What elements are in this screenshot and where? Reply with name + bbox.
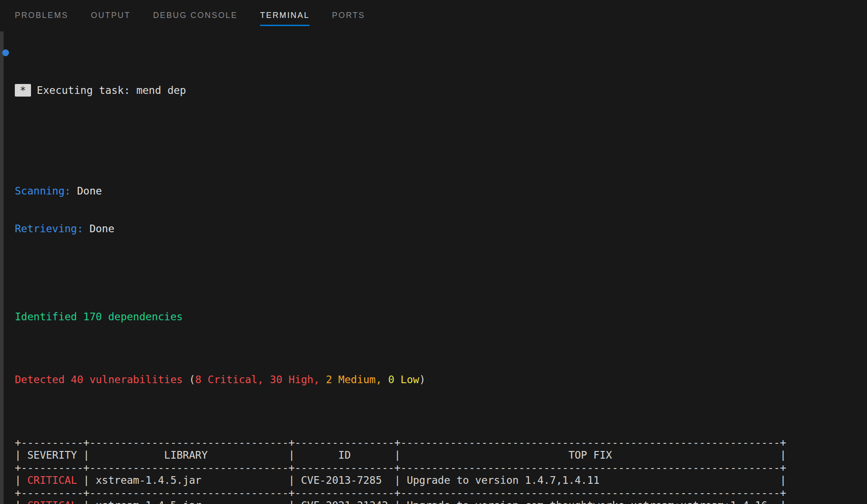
retrieving-value: Done: [83, 223, 114, 234]
table-border: +----------+----------------------------…: [15, 486, 786, 499]
retrieving-label: Retrieving:: [15, 223, 83, 234]
executing-task-text: Executing task: mend dep: [37, 84, 186, 96]
status-block: Scanning: Done Retrieving: Done: [15, 159, 786, 260]
command-decoration-dot-icon[interactable]: [2, 49, 9, 56]
table-border: +----------+----------------------------…: [15, 461, 786, 474]
vulnerability-table: +----------+----------------------------…: [15, 436, 786, 504]
task-asterisk-badge: *: [15, 84, 31, 97]
table-row: | CRITICAL | xstream-1.4.5.jar | CVE-201…: [15, 474, 786, 486]
table-header-row: | SEVERITY | LIBRARY | ID | TOP FIX |: [15, 449, 786, 461]
detected-vulnerabilities-line: Detected 40 vulnerabilities (8 Critical,…: [15, 373, 786, 386]
tab-terminal[interactable]: TERMINAL: [260, 11, 310, 26]
tab-debug-console[interactable]: DEBUG CONSOLE: [153, 11, 238, 26]
identified-dependencies-line: Identified 170 dependencies: [15, 310, 786, 323]
tab-problems[interactable]: PROBLEMS: [15, 11, 68, 26]
executing-task-line: *Executing task: mend dep: [15, 84, 786, 97]
panel-tab-bar: PROBLEMS OUTPUT DEBUG CONSOLE TERMINAL P…: [0, 0, 867, 26]
scanning-label: Scanning:: [15, 185, 71, 197]
terminal-output[interactable]: *Executing task: mend dep Scanning: Done…: [15, 46, 786, 504]
retrieving-status-line: Retrieving: Done: [15, 222, 786, 235]
scanning-status-line: Scanning: Done: [15, 185, 786, 197]
terminal-gutter: [0, 31, 4, 504]
tab-ports[interactable]: PORTS: [332, 11, 365, 26]
table-border: +----------+----------------------------…: [15, 436, 786, 449]
table-row: | CRITICAL | xstream-1.4.5.jar | CVE-202…: [15, 499, 786, 504]
scanning-value: Done: [71, 185, 102, 197]
tab-output[interactable]: OUTPUT: [91, 11, 130, 26]
